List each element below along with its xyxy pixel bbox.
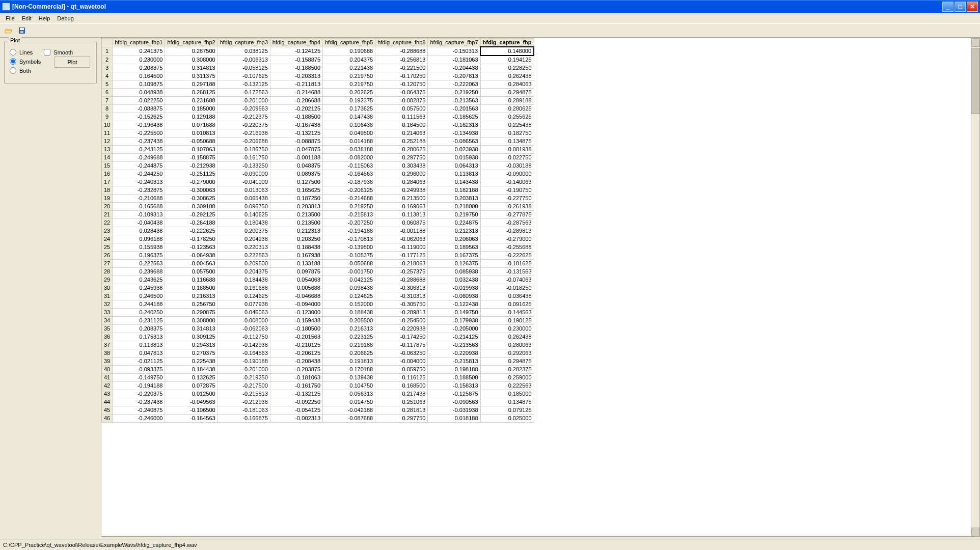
cell[interactable]: 0.308000: [165, 56, 217, 64]
cell[interactable]: -0.209563: [217, 105, 270, 113]
cell[interactable]: 0.218000: [428, 203, 480, 211]
cell[interactable]: 0.219750: [428, 211, 480, 219]
cell[interactable]: 0.077938: [217, 300, 270, 309]
cell[interactable]: 0.188438: [323, 309, 375, 317]
cell[interactable]: -0.161750: [217, 154, 270, 162]
row-header[interactable]: 46: [102, 415, 113, 423]
table-row[interactable]: 300.2459380.1685000.1616880.0056880.0984…: [102, 284, 534, 292]
cell[interactable]: -0.063250: [375, 349, 428, 358]
cell[interactable]: -0.152625: [113, 113, 165, 121]
cell[interactable]: -0.186750: [217, 146, 270, 154]
cell[interactable]: -0.166875: [217, 415, 270, 423]
cell[interactable]: -0.227750: [480, 195, 534, 203]
table-row[interactable]: 46-0.246000-0.164563-0.166875-0.002313-0…: [102, 415, 534, 423]
cell[interactable]: -0.215813: [323, 211, 375, 219]
cell[interactable]: 0.167375: [428, 252, 480, 260]
cell[interactable]: 0.294875: [480, 358, 534, 366]
row-header[interactable]: 9: [102, 113, 113, 121]
cell[interactable]: -0.064938: [165, 252, 217, 260]
cell[interactable]: 0.168500: [165, 284, 217, 292]
cell[interactable]: -0.190750: [480, 186, 534, 195]
cell[interactable]: -0.289813: [480, 227, 534, 235]
cell[interactable]: -0.198188: [428, 366, 480, 374]
table-row[interactable]: 370.1138130.294313-0.142938-0.2101250.21…: [102, 341, 534, 349]
cell[interactable]: 0.184438: [217, 276, 270, 284]
cell[interactable]: 0.303438: [375, 162, 428, 170]
cell[interactable]: 0.228250: [480, 64, 534, 72]
cell[interactable]: -0.251125: [165, 170, 217, 178]
cell[interactable]: -0.246000: [113, 415, 165, 423]
cell[interactable]: -0.170813: [323, 235, 375, 243]
cell[interactable]: -0.277875: [480, 211, 534, 219]
col-header[interactable]: hfdig_capture_fhp4: [270, 39, 322, 47]
cell[interactable]: 0.190125: [480, 317, 534, 325]
cell[interactable]: -0.203313: [270, 72, 322, 80]
cell[interactable]: -0.220375: [113, 390, 165, 398]
cell[interactable]: 0.191813: [323, 358, 375, 366]
cell[interactable]: 0.216313: [165, 292, 217, 300]
cell[interactable]: -0.237438: [113, 398, 165, 406]
plot-button[interactable]: Plot: [55, 57, 90, 68]
cell[interactable]: -0.201000: [217, 366, 270, 374]
cell[interactable]: -0.040438: [113, 219, 165, 227]
cell[interactable]: -0.215813: [217, 390, 270, 398]
cell[interactable]: -0.002313: [270, 415, 322, 423]
cell[interactable]: 0.243625: [113, 276, 165, 284]
cell[interactable]: -0.243125: [113, 146, 165, 154]
cell[interactable]: -0.094000: [270, 300, 322, 309]
cell[interactable]: -0.201563: [428, 105, 480, 113]
cell[interactable]: 0.187250: [270, 195, 322, 203]
cell[interactable]: 0.213500: [375, 195, 428, 203]
cell[interactable]: -0.210688: [113, 195, 165, 203]
cell[interactable]: 0.245938: [113, 284, 165, 292]
cell[interactable]: 0.085938: [428, 268, 480, 276]
cell[interactable]: -0.289813: [375, 309, 428, 317]
cell[interactable]: 0.255625: [480, 113, 534, 121]
cell[interactable]: 0.281813: [375, 406, 428, 415]
cell[interactable]: 0.220313: [217, 243, 270, 252]
row-header[interactable]: 37: [102, 341, 113, 349]
cell[interactable]: 0.132625: [165, 374, 217, 382]
cell[interactable]: -0.172563: [217, 89, 270, 97]
table-row[interactable]: 230.028438-0.2226250.2003750.212313-0.19…: [102, 227, 534, 235]
cell[interactable]: -0.090000: [217, 170, 270, 178]
cell[interactable]: 0.206063: [428, 235, 480, 243]
cell[interactable]: 0.013063: [217, 186, 270, 195]
cell[interactable]: 0.028438: [113, 227, 165, 235]
cell[interactable]: -0.060938: [428, 292, 480, 300]
cell[interactable]: 0.224875: [428, 219, 480, 227]
table-row[interactable]: 17-0.240313-0.279000-0.0410000.127500-0.…: [102, 178, 534, 186]
cell[interactable]: 0.194125: [480, 56, 534, 64]
scroll-down-icon[interactable]: [971, 528, 979, 536]
menu-help[interactable]: Help: [35, 14, 54, 22]
cell[interactable]: -0.093375: [113, 366, 165, 374]
scrollbar-vertical[interactable]: [971, 38, 979, 536]
cell[interactable]: -0.004563: [165, 260, 217, 268]
cell[interactable]: -0.240875: [113, 406, 165, 415]
cell[interactable]: 0.038125: [217, 47, 270, 56]
cell[interactable]: 0.032438: [428, 276, 480, 284]
cell[interactable]: -0.031938: [428, 406, 480, 415]
cell[interactable]: 0.208375: [113, 325, 165, 333]
save-button[interactable]: [16, 25, 28, 36]
row-header[interactable]: 23: [102, 227, 113, 235]
cell[interactable]: 0.014750: [323, 398, 375, 406]
cell[interactable]: -0.219250: [323, 203, 375, 211]
cell[interactable]: 0.222563: [217, 252, 270, 260]
cell[interactable]: -0.149750: [428, 309, 480, 317]
cell[interactable]: 0.204375: [217, 268, 270, 276]
row-header[interactable]: 14: [102, 154, 113, 162]
cell[interactable]: 0.096750: [217, 203, 270, 211]
cell[interactable]: -0.181063: [217, 406, 270, 415]
table-row[interactable]: 44-0.237438-0.049563-0.212938-0.0922500.…: [102, 398, 534, 406]
data-table[interactable]: hfdig_capture_fhp1hfdig_capture_fhp2hfdi…: [101, 38, 971, 536]
cell[interactable]: -0.210125: [270, 341, 322, 349]
cell[interactable]: 0.056313: [323, 390, 375, 398]
cell[interactable]: 0.309125: [165, 333, 217, 341]
col-header[interactable]: hfdig_capture_fhp1: [113, 39, 165, 47]
cell[interactable]: 0.139438: [323, 374, 375, 382]
cell[interactable]: -0.237438: [113, 138, 165, 146]
cell[interactable]: -0.279000: [165, 178, 217, 186]
cell[interactable]: 0.204375: [323, 56, 375, 64]
cell[interactable]: 0.196375: [113, 252, 165, 260]
